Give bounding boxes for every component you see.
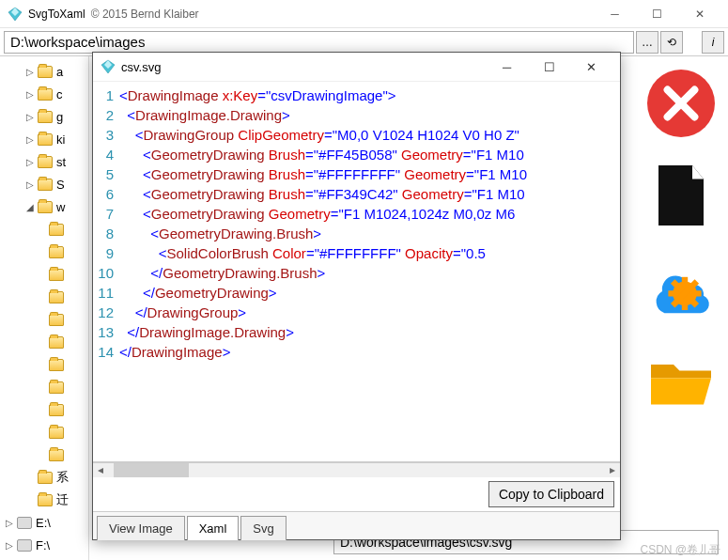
line-number: 10 bbox=[93, 263, 119, 283]
scroll-thumb[interactable] bbox=[114, 463, 189, 477]
code-line[interactable]: 13 </DrawingImage.Drawing> bbox=[93, 322, 620, 342]
tree-item[interactable]: ▷g bbox=[0, 105, 88, 128]
line-number: 1 bbox=[93, 86, 119, 105]
line-number: 12 bbox=[93, 303, 119, 322]
code-line[interactable]: 10 </GeometryDrawing.Brush> bbox=[93, 263, 620, 283]
code-text[interactable]: <GeometryDrawing Brush="#FF349C42" Geome… bbox=[119, 184, 620, 204]
tree-label: E:\ bbox=[36, 516, 51, 530]
folder-icon bbox=[49, 359, 64, 371]
code-text[interactable]: <DrawingImage.Drawing> bbox=[119, 105, 620, 125]
info-button[interactable]: i bbox=[702, 31, 724, 54]
tree-item[interactable] bbox=[0, 263, 88, 286]
copy-clipboard-button[interactable]: Copy to Clipboard bbox=[488, 481, 614, 507]
tree-item[interactable]: ▷E:\ bbox=[0, 511, 88, 534]
code-text[interactable]: </DrawingGroup> bbox=[119, 303, 620, 322]
tree-item[interactable] bbox=[0, 353, 88, 376]
code-line[interactable]: 4 <GeometryDrawing Brush="#FF45B058" Geo… bbox=[93, 145, 620, 164]
code-text[interactable]: </GeometryDrawing.Brush> bbox=[119, 263, 620, 283]
tree-item[interactable]: ◢w bbox=[0, 195, 88, 218]
expand-icon[interactable]: ▷ bbox=[26, 112, 36, 122]
code-line[interactable]: 1<DrawingImage x:Key="csvDrawingImage"> bbox=[93, 86, 620, 105]
code-text[interactable]: </GeometryDrawing> bbox=[119, 283, 620, 303]
gear-cloud-icon bbox=[643, 250, 719, 325]
tree-item[interactable] bbox=[0, 308, 88, 331]
code-text[interactable]: <DrawingImage x:Key="csvDrawingImage"> bbox=[119, 86, 620, 105]
code-line[interactable]: 6 <GeometryDrawing Brush="#FF349C42" Geo… bbox=[93, 184, 620, 204]
tree-item[interactable]: ▷S bbox=[0, 173, 88, 195]
drive-icon bbox=[17, 539, 32, 552]
code-line[interactable]: 5 <GeometryDrawing Brush="#FFFFFFFF" Geo… bbox=[93, 164, 620, 184]
line-number: 9 bbox=[93, 243, 119, 263]
folder-icon bbox=[38, 201, 53, 213]
tree-item[interactable] bbox=[0, 421, 88, 443]
folder-tree[interactable]: ▷a▷c▷g▷ki▷st▷S◢w系迁▷E:\▷F:\ bbox=[0, 56, 89, 560]
code-line[interactable]: 8 <GeometryDrawing.Brush> bbox=[93, 224, 620, 243]
tree-item[interactable]: 迁 bbox=[0, 489, 88, 511]
expand-icon[interactable]: ▷ bbox=[26, 179, 36, 190]
popup-titlebar[interactable]: csv.svg ─ ☐ ✕ bbox=[93, 53, 620, 81]
tree-item[interactable]: 系 bbox=[0, 466, 88, 489]
tree-item[interactable] bbox=[0, 331, 88, 353]
popup-minimize-button[interactable]: ─ bbox=[486, 53, 528, 81]
code-line[interactable]: 12 </DrawingGroup> bbox=[93, 303, 620, 322]
code-text[interactable]: <DrawingGroup ClipGeometry="M0,0 V1024 H… bbox=[119, 125, 620, 145]
popup-tabs: View ImageXamlSvg bbox=[93, 511, 620, 539]
tree-item[interactable] bbox=[0, 218, 88, 241]
expand-icon[interactable]: ▷ bbox=[6, 518, 15, 528]
code-text[interactable]: <GeometryDrawing Geometry="F1 M1024,1024… bbox=[119, 204, 620, 224]
minimize-button[interactable]: ─ bbox=[594, 0, 636, 28]
line-number: 14 bbox=[93, 342, 119, 362]
tree-item[interactable]: ▷F:\ bbox=[0, 534, 88, 556]
folder-icon bbox=[49, 314, 64, 326]
tab-view-image[interactable]: View Image bbox=[97, 516, 185, 540]
code-line[interactable]: 2 <DrawingImage.Drawing> bbox=[93, 105, 620, 125]
code-line[interactable]: 9 <SolidColorBrush Color="#FFFFFFFF" Opa… bbox=[93, 243, 620, 263]
popup-maximize-button[interactable]: ☐ bbox=[528, 53, 570, 81]
tree-item[interactable]: ▷a bbox=[0, 60, 88, 83]
folder-icon bbox=[38, 111, 53, 123]
tree-label: 系 bbox=[56, 469, 69, 486]
tree-item[interactable]: ▷st bbox=[0, 150, 88, 173]
code-text[interactable]: <SolidColorBrush Color="#FFFFFFFF" Opaci… bbox=[119, 243, 620, 263]
tree-item[interactable] bbox=[0, 443, 88, 466]
app-logo-icon bbox=[8, 7, 23, 22]
app-copyright: © 2015 Bernd Klaiber bbox=[91, 8, 199, 21]
expand-icon[interactable]: ▷ bbox=[26, 157, 36, 167]
tree-item[interactable] bbox=[0, 241, 88, 263]
tab-svg[interactable]: Svg bbox=[240, 516, 286, 540]
code-line[interactable]: 11 </GeometryDrawing> bbox=[93, 283, 620, 303]
code-viewer[interactable]: 1<DrawingImage x:Key="csvDrawingImage">2… bbox=[93, 81, 620, 462]
tree-item[interactable] bbox=[0, 376, 88, 398]
expand-icon[interactable]: ◢ bbox=[26, 202, 36, 212]
refresh-button[interactable]: ⟲ bbox=[660, 31, 683, 54]
expand-icon[interactable]: ▷ bbox=[26, 67, 36, 77]
tree-item[interactable]: ▷c bbox=[0, 83, 88, 105]
tree-item[interactable] bbox=[0, 398, 88, 421]
expand-icon[interactable]: ▷ bbox=[6, 540, 15, 551]
tree-item[interactable] bbox=[0, 286, 88, 308]
scroll-left-icon[interactable]: ◂ bbox=[93, 463, 108, 477]
tree-label: a bbox=[56, 65, 63, 79]
expand-icon[interactable]: ▷ bbox=[26, 134, 36, 145]
scroll-right-icon[interactable]: ▸ bbox=[605, 463, 620, 477]
maximize-button[interactable]: ☐ bbox=[636, 0, 678, 28]
code-text[interactable]: </DrawingImage> bbox=[119, 342, 620, 362]
tree-label: 迁 bbox=[56, 491, 69, 508]
browse-button[interactable]: … bbox=[636, 31, 658, 54]
folder-icon bbox=[38, 494, 53, 506]
path-input[interactable] bbox=[4, 31, 634, 54]
folder-icon bbox=[38, 133, 53, 146]
code-line[interactable]: 7 <GeometryDrawing Geometry="F1 M1024,10… bbox=[93, 204, 620, 224]
expand-icon[interactable]: ▷ bbox=[26, 89, 36, 100]
code-line[interactable]: 14</DrawingImage> bbox=[93, 342, 620, 362]
code-text[interactable]: <GeometryDrawing Brush="#FF45B058" Geome… bbox=[119, 145, 620, 164]
code-text[interactable]: <GeometryDrawing Brush="#FFFFFFFF" Geome… bbox=[119, 164, 620, 184]
tree-item[interactable]: ▷ki bbox=[0, 128, 88, 150]
code-line[interactable]: 3 <DrawingGroup ClipGeometry="M0,0 V1024… bbox=[93, 125, 620, 145]
popup-close-button[interactable]: ✕ bbox=[570, 53, 612, 81]
horizontal-scrollbar[interactable]: ◂ ▸ bbox=[93, 462, 620, 477]
code-text[interactable]: </DrawingImage.Drawing> bbox=[119, 322, 620, 342]
code-text[interactable]: <GeometryDrawing.Brush> bbox=[119, 224, 620, 243]
tab-xaml[interactable]: Xaml bbox=[187, 516, 240, 540]
close-button[interactable]: ✕ bbox=[678, 0, 720, 28]
